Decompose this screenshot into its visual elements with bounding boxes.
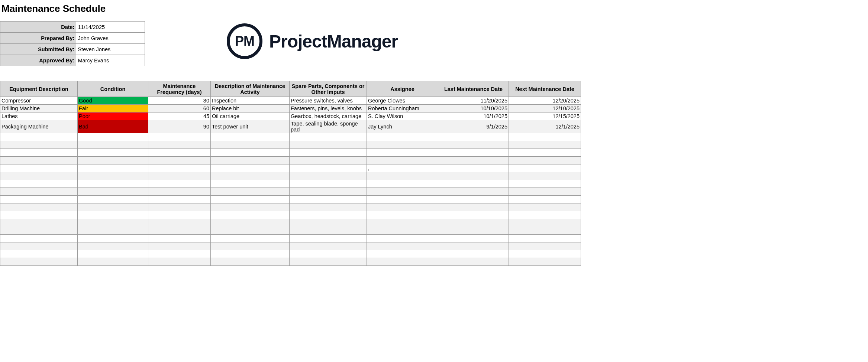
cell-last[interactable]: 9/1/2025 xyxy=(438,120,509,133)
cell-activity[interactable] xyxy=(211,258,290,266)
cell-last[interactable] xyxy=(438,203,509,211)
cell-equipment[interactable] xyxy=(0,242,78,250)
cell-activity[interactable] xyxy=(211,235,290,242)
cell-condition[interactable] xyxy=(78,242,148,250)
cell-equipment[interactable] xyxy=(0,164,78,172)
cell-next[interactable] xyxy=(509,141,581,149)
cell-condition[interactable] xyxy=(78,196,148,203)
cell-spare[interactable] xyxy=(290,219,367,235)
cell-assignee[interactable] xyxy=(367,196,438,203)
cell-last[interactable]: 11/20/2025 xyxy=(438,97,509,105)
cell-next[interactable] xyxy=(509,258,581,266)
cell-frequency[interactable] xyxy=(148,149,211,157)
cell-activity[interactable] xyxy=(211,164,290,172)
cell-frequency[interactable]: 30 xyxy=(148,97,211,105)
cell-condition[interactable] xyxy=(78,172,148,180)
cell-activity[interactable]: Oil carriage xyxy=(211,112,290,120)
cell-activity[interactable] xyxy=(211,133,290,141)
cell-last[interactable] xyxy=(438,235,509,242)
cell-spare[interactable] xyxy=(290,258,367,266)
cell-last[interactable] xyxy=(438,133,509,141)
cell-condition[interactable] xyxy=(78,149,148,157)
cell-next[interactable]: 12/1/2025 xyxy=(509,120,581,133)
cell-activity[interactable] xyxy=(211,172,290,180)
cell-frequency[interactable] xyxy=(148,211,211,219)
cell-assignee[interactable] xyxy=(367,133,438,141)
cell-activity[interactable] xyxy=(211,196,290,203)
cell-condition[interactable] xyxy=(78,188,148,196)
cell-activity[interactable]: Inspection xyxy=(211,97,290,105)
cell-condition[interactable] xyxy=(78,180,148,188)
cell-spare[interactable] xyxy=(290,133,367,141)
cell-frequency[interactable] xyxy=(148,196,211,203)
cell-spare[interactable] xyxy=(290,164,367,172)
cell-equipment[interactable] xyxy=(0,250,78,258)
cell-next[interactable] xyxy=(509,172,581,180)
cell-last[interactable] xyxy=(438,211,509,219)
cell-last[interactable] xyxy=(438,188,509,196)
cell-spare[interactable]: Fasteners, pins, levels, knobs xyxy=(290,105,367,112)
cell-frequency[interactable] xyxy=(148,164,211,172)
cell-condition[interactable] xyxy=(78,235,148,242)
cell-last[interactable] xyxy=(438,250,509,258)
cell-frequency[interactable] xyxy=(148,250,211,258)
meta-value-date[interactable]: 11/14/2025 xyxy=(76,22,145,33)
cell-frequency[interactable] xyxy=(148,180,211,188)
cell-assignee[interactable]: , xyxy=(367,164,438,172)
cell-next[interactable] xyxy=(509,203,581,211)
cell-spare[interactable] xyxy=(290,141,367,149)
cell-assignee[interactable] xyxy=(367,211,438,219)
cell-spare[interactable] xyxy=(290,250,367,258)
cell-spare[interactable] xyxy=(290,149,367,157)
cell-last[interactable] xyxy=(438,141,509,149)
meta-value-submitted[interactable]: Steven Jones xyxy=(76,44,145,55)
cell-equipment[interactable] xyxy=(0,235,78,242)
cell-activity[interactable] xyxy=(211,250,290,258)
cell-activity[interactable] xyxy=(211,188,290,196)
cell-condition[interactable] xyxy=(78,250,148,258)
cell-condition[interactable]: Good xyxy=(78,97,148,105)
cell-last[interactable]: 10/1/2025 xyxy=(438,112,509,120)
cell-last[interactable]: 10/10/2025 xyxy=(438,105,509,112)
cell-spare[interactable] xyxy=(290,196,367,203)
cell-condition[interactable] xyxy=(78,203,148,211)
cell-next[interactable] xyxy=(509,196,581,203)
cell-activity[interactable] xyxy=(211,141,290,149)
cell-frequency[interactable] xyxy=(148,157,211,164)
cell-condition[interactable] xyxy=(78,211,148,219)
cell-next[interactable]: 12/15/2025 xyxy=(509,112,581,120)
cell-next[interactable] xyxy=(509,157,581,164)
cell-equipment[interactable]: Packaging Machine xyxy=(0,120,78,133)
cell-condition[interactable]: Bad xyxy=(78,120,148,133)
cell-assignee[interactable]: Jay Lynch xyxy=(367,120,438,133)
cell-equipment[interactable] xyxy=(0,157,78,164)
cell-last[interactable] xyxy=(438,157,509,164)
cell-spare[interactable]: Gearbox, headstock, carriage xyxy=(290,112,367,120)
cell-assignee[interactable] xyxy=(367,180,438,188)
cell-activity[interactable] xyxy=(211,180,290,188)
cell-frequency[interactable] xyxy=(148,258,211,266)
cell-last[interactable] xyxy=(438,180,509,188)
cell-equipment[interactable]: Compressor xyxy=(0,97,78,105)
cell-last[interactable] xyxy=(438,242,509,250)
cell-frequency[interactable]: 45 xyxy=(148,112,211,120)
cell-activity[interactable]: Replace bit xyxy=(211,105,290,112)
cell-frequency[interactable] xyxy=(148,188,211,196)
cell-assignee[interactable] xyxy=(367,172,438,180)
cell-activity[interactable] xyxy=(211,203,290,211)
cell-frequency[interactable] xyxy=(148,133,211,141)
cell-equipment[interactable] xyxy=(0,172,78,180)
cell-assignee[interactable] xyxy=(367,250,438,258)
cell-assignee[interactable] xyxy=(367,157,438,164)
cell-spare[interactable] xyxy=(290,188,367,196)
cell-next[interactable]: 12/20/2025 xyxy=(509,97,581,105)
cell-equipment[interactable] xyxy=(0,180,78,188)
cell-equipment[interactable] xyxy=(0,219,78,235)
cell-condition[interactable] xyxy=(78,219,148,235)
cell-last[interactable] xyxy=(438,172,509,180)
cell-equipment[interactable] xyxy=(0,141,78,149)
cell-assignee[interactable] xyxy=(367,258,438,266)
cell-spare[interactable] xyxy=(290,157,367,164)
cell-activity[interactable] xyxy=(211,219,290,235)
cell-next[interactable] xyxy=(509,250,581,258)
